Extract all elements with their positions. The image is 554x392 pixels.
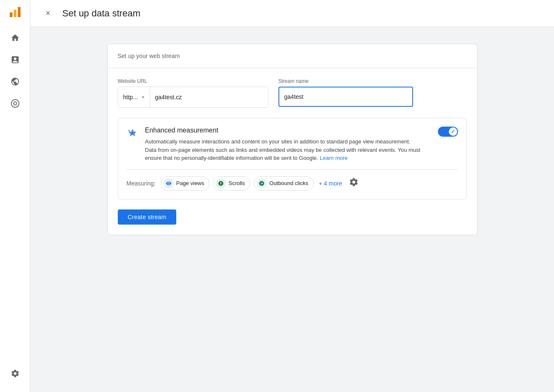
toggle-wrapper[interactable] [438, 127, 458, 137]
app-logo [8, 4, 23, 19]
toggle-thumb [449, 127, 457, 136]
protocol-value: http... [123, 94, 138, 101]
stream-name-label: Stream name [278, 78, 413, 84]
chip-page-views-label: Page views [176, 180, 204, 186]
page-content: Set up your web stream Website URL http.… [30, 27, 554, 392]
enhanced-content: Enhanced measurement Automatically measu… [145, 127, 431, 162]
web-stream-label: Set up your web stream [118, 53, 180, 59]
learn-more-link[interactable]: Learn more [320, 155, 347, 161]
divider [127, 169, 458, 170]
website-url-field-group: Website URL http... [118, 78, 268, 108]
enhanced-header: Enhanced measurement Automatically measu… [127, 127, 458, 162]
sidebar-item-settings[interactable] [5, 363, 25, 384]
svg-rect-2 [18, 7, 20, 17]
sidebar-item-home[interactable] [5, 28, 25, 48]
enhanced-desc-1: Automatically measure interactions and c… [145, 138, 431, 162]
card-body: Website URL http... Stream name [108, 68, 477, 209]
measuring-label: Measuring: [127, 180, 156, 187]
scrolls-icon [216, 178, 226, 188]
website-url-label: Website URL [118, 78, 268, 84]
close-button[interactable]: × [40, 6, 56, 21]
protocol-select[interactable]: http... [118, 87, 150, 107]
stream-name-input[interactable] [278, 87, 413, 107]
sidebar-item-reports[interactable] [5, 50, 25, 70]
chip-outbound-clicks: Outbound clicks [254, 176, 314, 191]
sidebar-item-explore[interactable] [5, 72, 25, 92]
main-content: × Set up data stream Set up your web str… [30, 0, 554, 392]
more-link[interactable]: + 4 more [319, 180, 342, 187]
stream-name-field-group: Stream name [278, 78, 413, 107]
outbound-clicks-icon [257, 178, 267, 188]
create-stream-button[interactable]: Create stream [118, 209, 177, 225]
sidebar-item-advertising[interactable] [5, 93, 25, 114]
svg-rect-0 [10, 13, 12, 17]
chip-scrolls-label: Scrolls [228, 180, 245, 186]
measuring-row: Measuring: Page views [127, 176, 458, 191]
page-views-icon [164, 178, 174, 188]
chip-scrolls: Scrolls [213, 176, 250, 191]
topbar: × Set up data stream [30, 0, 554, 27]
chip-outbound-clicks-label: Outbound clicks [269, 180, 308, 186]
url-input[interactable] [150, 87, 268, 107]
svg-rect-1 [13, 10, 16, 17]
sidebar-bottom [5, 363, 25, 385]
toggle-track [438, 127, 458, 137]
page-title: Set up data stream [62, 8, 140, 19]
sidebar [0, 0, 30, 392]
setup-card: Set up your web stream Website URL http.… [107, 44, 477, 235]
settings-gear-icon[interactable] [349, 177, 359, 190]
sparkles-icon [127, 127, 138, 142]
enhanced-title: Enhanced measurement [145, 127, 431, 134]
create-btn-wrapper: Create stream [108, 209, 477, 235]
chip-page-views: Page views [161, 176, 209, 191]
form-fields-row: Website URL http... Stream name [118, 78, 467, 108]
card-header: Set up your web stream [108, 44, 477, 68]
url-field-wrapper: http... [118, 87, 268, 108]
chevron-down-icon [140, 94, 146, 101]
enhanced-measurement-box: Enhanced measurement Automatically measu… [118, 118, 467, 199]
enhanced-toggle[interactable] [438, 127, 458, 137]
